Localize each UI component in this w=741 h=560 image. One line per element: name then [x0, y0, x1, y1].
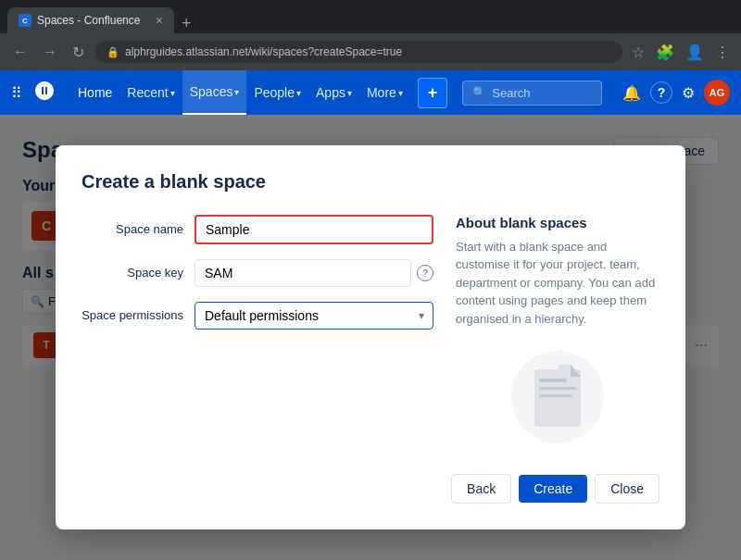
modal-info-title: About blank spaces	[456, 215, 659, 230]
menu-icon[interactable]: ⋮	[713, 42, 732, 63]
tab-favicon: C	[19, 14, 31, 27]
nav-home[interactable]: Home	[70, 70, 119, 115]
svg-rect-5	[539, 387, 576, 390]
extensions-icon[interactable]: 🧩	[654, 42, 676, 63]
create-button[interactable]: Create	[519, 475, 587, 503]
avatar[interactable]: AG	[704, 80, 730, 106]
back-button[interactable]: Back	[451, 474, 511, 504]
create-button[interactable]: +	[418, 78, 448, 108]
nav-people[interactable]: People ▾	[246, 70, 308, 115]
url-text: alphrguides.atlassian.net/wiki/spaces?cr…	[125, 45, 402, 58]
spaces-chevron: ▾	[234, 87, 239, 97]
apps-chevron: ▾	[347, 88, 352, 98]
app-header: ⠿ Home Recent ▾ Spaces ▾ People ▾ Apps ▾…	[0, 70, 741, 115]
modal-overlay: Create a blank space Space name Space ke…	[0, 115, 741, 560]
space-key-group: Space key ?	[82, 259, 433, 287]
search-bar[interactable]: 🔍 Search	[462, 81, 602, 106]
back-button[interactable]: ←	[9, 42, 31, 62]
bookmark-icon[interactable]: ☆	[630, 42, 647, 63]
search-placeholder: Search	[492, 86, 530, 100]
help-button[interactable]: ?	[650, 81, 672, 104]
modal-info-panel: About blank spaces Start with a blank sp…	[456, 215, 659, 449]
grid-icon[interactable]: ⠿	[11, 84, 22, 102]
recent-chevron: ▾	[170, 88, 175, 98]
main-nav: Home Recent ▾ Spaces ▾ People ▾ Apps ▾ M…	[70, 70, 410, 115]
svg-text:C: C	[22, 17, 28, 25]
space-permissions-label: Space permissions	[82, 308, 183, 322]
space-key-label: Space key	[82, 266, 183, 280]
browser-chrome: C Spaces - Confluence × + ← → ↻ 🔒 alphrg…	[0, 0, 741, 70]
refresh-button[interactable]: ↻	[69, 42, 88, 63]
nav-apps[interactable]: Apps ▾	[308, 70, 359, 115]
modal-form: Space name Space key ? Space permissions	[82, 215, 433, 449]
header-actions: 🔔 ? ⚙ AG	[617, 80, 730, 106]
space-name-group: Space name	[82, 215, 433, 244]
toolbar-icons: ☆ 🧩 👤 ⋮	[630, 42, 732, 63]
space-permissions-group: Space permissions Default permissions	[82, 302, 433, 330]
modal-title: Create a blank space	[82, 171, 659, 193]
space-name-input[interactable]	[195, 215, 433, 244]
more-chevron: ▾	[398, 88, 403, 98]
space-key-input[interactable]	[195, 259, 411, 287]
svg-rect-4	[539, 379, 567, 382]
tab-bar: C Spaces - Confluence × +	[0, 0, 741, 33]
profile-icon[interactable]: 👤	[684, 42, 706, 63]
space-permissions-select-wrap: Default permissions	[195, 302, 433, 330]
nav-spaces[interactable]: Spaces ▾	[182, 70, 247, 115]
app-logo	[33, 80, 56, 106]
modal-illustration	[456, 346, 659, 448]
url-bar[interactable]: 🔒 alphrguides.atlassian.net/wiki/spaces?…	[95, 41, 622, 63]
search-icon: 🔍	[472, 86, 486, 99]
people-chevron: ▾	[296, 88, 301, 98]
close-button[interactable]: Close	[595, 474, 659, 504]
lock-icon: 🔒	[107, 46, 119, 58]
modal-info-text: Start with a blank space and customise i…	[456, 238, 659, 329]
create-blank-space-modal: Create a blank space Space name Space ke…	[56, 145, 685, 530]
space-key-wrap: ?	[195, 259, 433, 287]
tab-title: Spaces - Confluence	[37, 14, 140, 27]
modal-footer: Back Create Close	[82, 474, 659, 504]
notifications-button[interactable]: 🔔	[617, 81, 647, 106]
new-tab-btn[interactable]: +	[174, 14, 199, 33]
forward-button[interactable]: →	[39, 42, 61, 62]
nav-recent[interactable]: Recent ▾	[119, 70, 182, 115]
browser-toolbar: ← → ↻ 🔒 alphrguides.atlassian.net/wiki/s…	[0, 33, 741, 70]
tab-close-btn[interactable]: ×	[156, 13, 163, 28]
settings-button[interactable]: ⚙	[676, 81, 700, 106]
nav-more[interactable]: More ▾	[359, 70, 410, 115]
help-icon[interactable]: ?	[417, 265, 433, 281]
modal-body: Space name Space key ? Space permissions	[82, 215, 659, 449]
svg-rect-6	[539, 394, 572, 397]
space-name-label: Space name	[82, 222, 183, 236]
active-tab[interactable]: C Spaces - Confluence ×	[7, 7, 174, 33]
space-permissions-select[interactable]: Default permissions	[195, 302, 433, 330]
page-content: Spaces Create space Your s C Chi... All …	[0, 115, 741, 560]
